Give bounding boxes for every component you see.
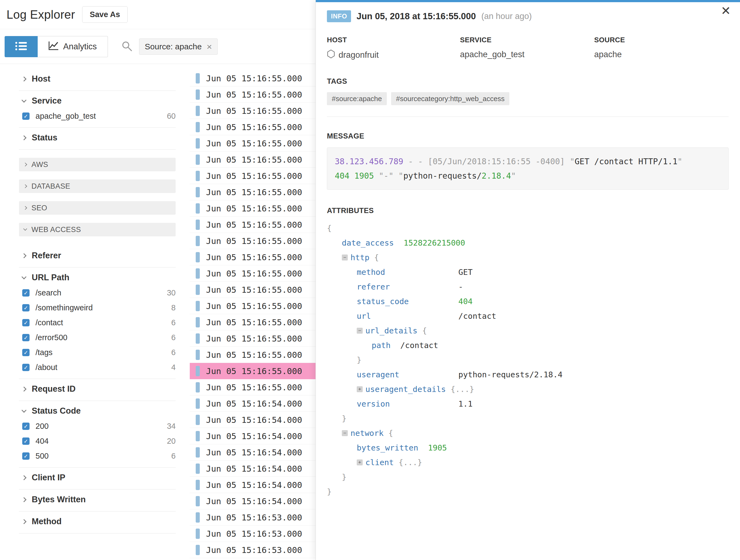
facet-header-host[interactable]: Host — [19, 71, 176, 87]
facet-header-bytes-written[interactable]: Bytes Written — [19, 492, 176, 507]
facet-item-contact[interactable]: ✓/contact6 — [19, 315, 176, 330]
log-row[interactable]: Jun 05 15:16:55.000 — [190, 282, 315, 298]
facet-header-status-code[interactable]: Status Code — [19, 403, 176, 419]
attribute-key[interactable]: useragent — [357, 370, 399, 379]
facet-header-referer[interactable]: Referer — [19, 248, 176, 264]
log-row[interactable]: Jun 05 15:16:54.000 — [190, 428, 315, 444]
log-row[interactable]: Jun 05 15:16:55.000 — [190, 200, 315, 216]
facet-section-seo[interactable]: SEO — [19, 201, 176, 215]
log-row[interactable]: Jun 05 15:16:55.000 — [190, 135, 315, 152]
log-row[interactable]: Jun 05 15:16:55.000 — [190, 119, 315, 135]
facet-label: Method — [32, 517, 62, 527]
facet-item-200[interactable]: ✓20034 — [19, 419, 176, 434]
log-row[interactable]: Jun 05 15:16:53.000 — [190, 509, 315, 526]
analytics-button[interactable]: Analytics — [38, 36, 108, 57]
log-timestamp: Jun 05 15:16:55.000 — [206, 269, 302, 278]
collapse-toggle-icon[interactable]: − — [342, 430, 348, 436]
checkbox-icon[interactable]: ✓ — [22, 334, 29, 341]
log-row[interactable]: Jun 05 15:16:55.000 — [190, 298, 315, 314]
log-row[interactable]: Jun 05 15:16:55.000 — [190, 331, 315, 347]
attribute-key[interactable]: url_details — [365, 326, 418, 335]
facet-item-500[interactable]: ✓5006 — [19, 449, 176, 464]
log-row[interactable]: Jun 05 15:16:55.000 — [190, 152, 315, 168]
checkbox-icon[interactable]: ✓ — [22, 452, 29, 460]
log-row[interactable]: Jun 05 15:16:55.000 — [190, 314, 315, 331]
facet-item-404[interactable]: ✓40420 — [19, 434, 176, 449]
close-icon[interactable]: ✕ — [721, 5, 731, 17]
checkbox-icon[interactable]: ✓ — [22, 304, 29, 311]
facet-header-service[interactable]: Service — [19, 93, 176, 109]
attribute-key[interactable]: status_code — [357, 297, 409, 306]
collapse-toggle-icon[interactable]: − — [357, 328, 363, 334]
log-timestamp: Jun 05 15:16:55.000 — [206, 366, 302, 376]
facet-item-search[interactable]: ✓/search30 — [19, 285, 176, 300]
log-row[interactable]: Jun 05 15:16:54.000 — [190, 477, 315, 493]
log-row[interactable]: Jun 05 15:16:55.000 — [190, 168, 315, 184]
checkbox-icon[interactable]: ✓ — [22, 319, 29, 326]
log-row[interactable]: Jun 05 15:16:53.000 — [190, 526, 315, 542]
facet-header-request-id[interactable]: Request ID — [19, 381, 176, 397]
attribute-key[interactable]: path — [372, 341, 391, 350]
facet-header-url-path[interactable]: URL Path — [19, 270, 176, 285]
facet-item-somethingweird[interactable]: ✓/somethingweird8 — [19, 300, 176, 315]
log-row[interactable]: Jun 05 15:16:55.000 — [190, 70, 315, 86]
filter-chip[interactable]: Source: apache × — [139, 38, 218, 55]
save-as-button[interactable]: Save As — [82, 6, 128, 23]
expand-toggle-icon[interactable]: + — [357, 459, 363, 465]
facet-item-count: 6 — [171, 318, 176, 327]
checkbox-icon[interactable]: ✓ — [22, 112, 29, 120]
facet-section-web-access[interactable]: WEB ACCESS — [19, 223, 176, 237]
search-bar[interactable]: Source: apache × — [121, 38, 218, 55]
log-row[interactable]: Jun 05 15:16:54.000 — [190, 444, 315, 461]
collapse-toggle-icon[interactable]: − — [342, 255, 348, 261]
log-row[interactable]: Jun 05 15:16:55.000 — [190, 363, 315, 379]
checkbox-icon[interactable]: ✓ — [22, 438, 29, 445]
attribute-key[interactable]: useragent_details — [365, 385, 446, 394]
attribute-key[interactable]: network — [351, 429, 384, 438]
log-row[interactable]: Jun 05 15:16:54.000 — [190, 395, 315, 412]
attribute-key[interactable]: http — [351, 253, 369, 262]
log-row[interactable]: Jun 05 15:16:55.000 — [190, 347, 315, 363]
log-row[interactable]: Jun 05 15:16:55.000 — [190, 103, 315, 119]
facet-section-aws[interactable]: AWS — [19, 158, 176, 171]
facet-header-method[interactable]: Method — [19, 514, 176, 529]
facet-group-referer: Referer — [19, 246, 176, 268]
log-timestamp: Jun 05 15:16:53.000 — [206, 545, 302, 555]
facet-item-apache-gob-test[interactable]: ✓apache_gob_test60 — [19, 109, 176, 123]
log-row[interactable]: Jun 05 15:16:54.000 — [190, 493, 315, 509]
checkbox-icon[interactable]: ✓ — [22, 289, 29, 296]
message-segment: " — [565, 157, 575, 166]
facet-header-client-ip[interactable]: Client IP — [19, 470, 176, 485]
log-row[interactable]: Jun 05 15:16:55.000 — [190, 216, 315, 233]
expand-toggle-icon[interactable]: + — [357, 386, 363, 392]
checkbox-icon[interactable]: ✓ — [22, 423, 29, 430]
attribute-key[interactable]: referer — [357, 282, 390, 291]
attribute-key[interactable]: method — [357, 268, 385, 277]
log-row[interactable]: Jun 05 15:16:55.000 — [190, 233, 315, 249]
checkbox-icon[interactable]: ✓ — [22, 349, 29, 356]
log-row[interactable]: Jun 05 15:16:54.000 — [190, 412, 315, 428]
log-timestamp: Jun 05 15:16:55.000 — [206, 90, 302, 99]
checkbox-icon[interactable]: ✓ — [22, 364, 29, 371]
tag-chip[interactable]: #sourcecategory:http_web_access — [391, 92, 509, 105]
facet-item-about[interactable]: ✓/about4 — [19, 360, 176, 375]
attribute-key[interactable]: bytes_written — [357, 443, 418, 452]
log-row[interactable]: Jun 05 15:16:55.000 — [190, 379, 315, 395]
list-view-button[interactable] — [5, 36, 38, 57]
attribute-key[interactable]: client — [365, 458, 394, 467]
facet-section-database[interactable]: DATABASE — [19, 179, 176, 193]
log-row[interactable]: Jun 05 15:16:53.000 — [190, 542, 315, 558]
attribute-key[interactable]: url — [357, 311, 371, 321]
facet-item-error500[interactable]: ✓/error5006 — [19, 330, 176, 345]
facet-item-tags[interactable]: ✓/tags6 — [19, 345, 176, 360]
log-row[interactable]: Jun 05 15:16:55.000 — [190, 249, 315, 265]
log-row[interactable]: Jun 05 15:16:55.000 — [190, 184, 315, 200]
log-row[interactable]: Jun 05 15:16:55.000 — [190, 86, 315, 103]
tag-chip[interactable]: #source:apache — [327, 92, 387, 105]
filter-chip-remove-icon[interactable]: × — [206, 42, 212, 51]
log-row[interactable]: Jun 05 15:16:55.000 — [190, 265, 315, 282]
log-row[interactable]: Jun 05 15:16:54.000 — [190, 461, 315, 477]
attribute-key[interactable]: version — [357, 399, 390, 408]
attribute-key[interactable]: date_access — [342, 238, 394, 248]
facet-header-status[interactable]: Status — [19, 130, 176, 146]
